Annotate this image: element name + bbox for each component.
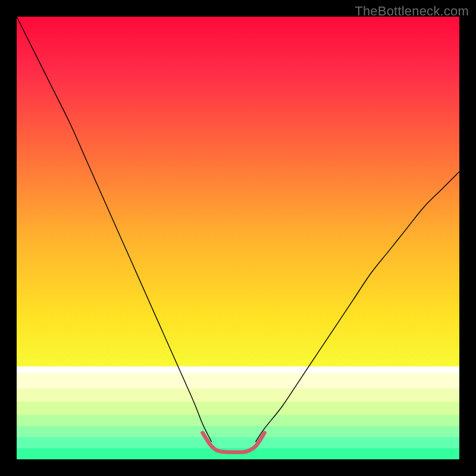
bottleneck-chart [17, 17, 459, 459]
band [17, 367, 459, 373]
watermark-text: TheBottleneck.com [355, 4, 469, 19]
band [17, 437, 459, 449]
band [17, 415, 459, 427]
band [17, 402, 459, 415]
plot-area [17, 17, 459, 459]
bottom-bands [17, 367, 459, 459]
band [17, 373, 459, 389]
chart-frame: TheBottleneck.com [0, 0, 476, 476]
band [17, 389, 459, 402]
band [17, 426, 459, 437]
